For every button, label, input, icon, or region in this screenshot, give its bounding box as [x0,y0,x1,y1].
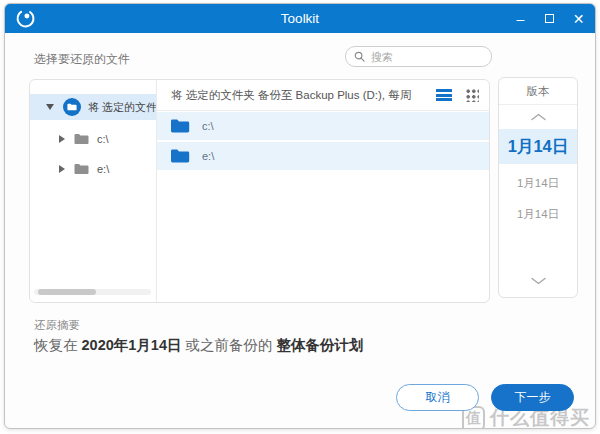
search-box[interactable] [345,46,492,67]
tree-item-label: 将 选定的文件夹 备份至 Backup Plus (D:), 每周 [88,100,156,115]
file-selection-card: 将 选定的文件夹 备份至 Backup Plus (D:), 每周 c:\ e:… [29,79,490,303]
window-controls: – ✕ [506,4,593,33]
search-input[interactable] [371,51,483,63]
cancel-button[interactable]: 取消 [396,384,479,411]
source-tree-panel: 将 选定的文件夹 备份至 Backup Plus (D:), 每周 c:\ e:… [30,80,157,302]
summary-prefix: 恢复在 [34,337,82,353]
caret-right-icon[interactable] [59,135,65,143]
list-view-icon[interactable] [436,89,452,101]
summary-date: 2020年1月14日 [82,337,182,353]
close-button[interactable]: ✕ [564,4,593,33]
caret-right-icon[interactable] [59,165,65,173]
file-row-c-drive[interactable]: c:\ [157,112,489,140]
backup-plan-icon [63,98,81,116]
tree-item-label: e:\ [97,163,109,175]
file-row-label: c:\ [202,120,214,132]
minimize-button[interactable]: – [506,4,535,33]
folder-icon [170,148,190,164]
page-title: 选择要还原的文件 [34,51,130,68]
toolkit-window: Toolkit – ✕ 选择要还原的文件 将 选定的文件夹 备份 [4,3,596,429]
version-panel: 版本 1月14日 1月14日 1月14日 [498,77,578,298]
maximize-icon [545,14,554,23]
search-icon [354,51,365,62]
title-bar: Toolkit – ✕ [5,4,595,33]
version-item-selected[interactable]: 1月14日 [499,129,577,164]
scroll-down-button[interactable] [499,269,577,293]
summary-plan-name: 整体备份计划 [277,337,364,353]
tree-item-backup-plan[interactable]: 将 选定的文件夹 备份至 Backup Plus (D:), 每周 [30,94,156,120]
folder-icon [170,118,190,134]
caret-down-icon[interactable] [46,104,54,110]
tree-item-e-drive[interactable]: e:\ [30,156,156,182]
grid-view-icon[interactable] [465,88,479,102]
view-toggles [436,88,479,102]
chevron-up-icon [531,113,546,121]
tree-item-c-drive[interactable]: c:\ [30,126,156,152]
next-button[interactable]: 下一步 [491,384,574,411]
backup-plan-description: 将 选定的文件夹 备份至 Backup Plus (D:), 每周 [171,88,436,103]
tree-item-label: c:\ [97,133,109,145]
restore-summary-text: 恢复在 2020年1月14日 或之前备份的 整体备份计划 [34,336,364,355]
file-list-panel: 将 选定的文件夹 备份至 Backup Plus (D:), 每周 c:\ [157,80,489,302]
summary-middle: 或之前备份的 [181,337,276,353]
file-row-e-drive[interactable]: e:\ [157,142,489,170]
version-panel-title: 版本 [499,78,577,105]
scroll-up-button[interactable] [499,105,577,129]
version-item[interactable]: 1月14日 [499,199,577,230]
folder-icon [74,133,89,145]
restore-summary-label: 还原摘要 [34,318,80,333]
version-item[interactable]: 1月14日 [499,168,577,199]
maximize-button[interactable] [535,4,564,33]
horizontal-scrollbar[interactable] [34,289,151,295]
chevron-down-icon [531,277,546,285]
file-list-header: 将 选定的文件夹 备份至 Backup Plus (D:), 每周 [157,80,489,111]
file-rows: c:\ e:\ [157,111,489,170]
scrollbar-thumb[interactable] [38,289,96,295]
folder-icon [74,163,89,175]
file-row-label: e:\ [202,150,214,162]
